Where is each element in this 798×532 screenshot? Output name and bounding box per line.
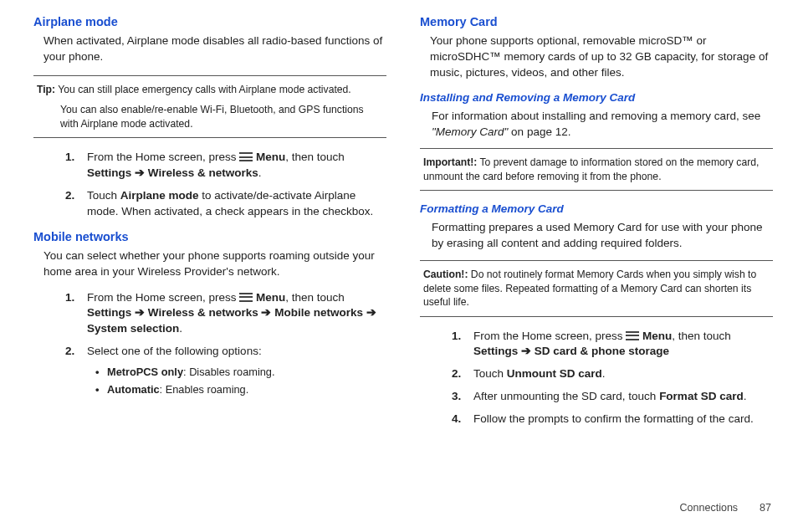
- right-column: Memory Card Your phone supports optional…: [420, 15, 773, 494]
- format-step-1: 1. From the Home screen, press Menu, the…: [452, 329, 773, 361]
- step-text: , then touch: [285, 291, 345, 304]
- step-text: Touch: [473, 367, 507, 380]
- airplane-step-1: 1. From the Home screen, press Menu, the…: [65, 150, 386, 182]
- format-step-3: 3. After unmounting the SD card, touch F…: [452, 389, 773, 405]
- step-text: .: [258, 166, 262, 179]
- mobile-step-1: 1. From the Home screen, press Menu, the…: [65, 290, 386, 338]
- step-text: From the Home screen, press: [87, 151, 239, 163]
- install-cross-ref: "Memory Card": [432, 125, 508, 138]
- mobile-intro: You can select whether your phone suppor…: [43, 248, 386, 280]
- heading-airplane-mode: Airplane mode: [33, 15, 386, 28]
- mobile-step-2: 2. Select one of the following options: …: [65, 344, 386, 397]
- step-text: From the Home screen, press: [87, 291, 239, 304]
- path-system-selection: System selection: [87, 322, 179, 335]
- option-text: : Disables roaming.: [183, 366, 275, 378]
- option-label: Automatic: [107, 383, 160, 396]
- path-settings: Settings: [87, 306, 131, 319]
- format-steps: 1. From the Home screen, press Menu, the…: [452, 329, 773, 427]
- format-step-2: 2. Touch Unmount SD card.: [452, 366, 773, 382]
- important-label: Important!:: [423, 156, 477, 168]
- step-text: After unmounting the SD card, touch: [473, 390, 659, 402]
- menu-icon: [239, 152, 253, 161]
- step-text: Touch: [87, 189, 120, 202]
- heading-formatting: Formatting a Memory Card: [420, 202, 773, 215]
- step-text: Select one of the following options:: [87, 345, 262, 357]
- tip-text: You can still place emergency calls with…: [55, 84, 351, 95]
- menu-label: Menu: [256, 291, 285, 304]
- path-settings: Settings: [87, 166, 131, 179]
- memory-intro: Your phone supports optional, removable …: [430, 33, 773, 81]
- step-text: Follow the prompts to confirm the format…: [473, 412, 754, 425]
- heading-mobile-networks: Mobile networks: [33, 230, 386, 243]
- page-body: Airplane mode When activated, Airplane m…: [0, 0, 798, 502]
- step-text: From the Home screen, press: [473, 330, 626, 342]
- airplane-step-2: 2. Touch Airplane mode to activate/de-ac…: [65, 188, 386, 220]
- unmount-label: Unmount SD card: [507, 367, 602, 380]
- step-text: .: [744, 390, 747, 402]
- airplane-intro: When activated, Airplane mode disables a…: [43, 33, 386, 65]
- airplane-steps: 1. From the Home screen, press Menu, the…: [65, 150, 386, 220]
- install-text: For information about installing and rem…: [432, 109, 773, 141]
- path-settings: Settings: [473, 345, 518, 357]
- arrow: ➔: [258, 306, 275, 319]
- path-wireless: Wireless & networks: [148, 166, 258, 179]
- step-text: .: [602, 367, 606, 380]
- format-step-4: 4. Follow the prompts to confirm the for…: [452, 412, 773, 427]
- caution-label: Caution!:: [423, 269, 468, 280]
- menu-icon: [626, 331, 639, 340]
- option-automatic: Automatic: Enables roaming.: [95, 382, 386, 398]
- arrow: ➔: [363, 306, 376, 319]
- tip-extra: You can also enable/re-enable Wi-Fi, Blu…: [60, 103, 383, 130]
- menu-label: Menu: [256, 151, 285, 163]
- important-box: Important!: To prevent damage to informa…: [420, 148, 773, 191]
- caution-text: Do not routinely format Memory Cards whe…: [423, 269, 756, 308]
- path-sd-storage: SD card & phone storage: [535, 345, 669, 357]
- tip-label: Tip:: [37, 84, 55, 95]
- mobile-steps: 1. From the Home screen, press Menu, the…: [65, 290, 386, 398]
- format-sd-label: Format SD card: [659, 390, 744, 402]
- option-label: MetroPCS only: [107, 366, 183, 378]
- arrow: ➔: [131, 306, 148, 319]
- mobile-options: MetroPCS only: Disables roaming. Automat…: [95, 365, 386, 397]
- airplane-mode-label: Airplane mode: [120, 189, 199, 202]
- menu-label: Menu: [642, 330, 672, 342]
- page-footer: Connections87: [0, 502, 798, 514]
- option-text: : Enables roaming.: [160, 383, 249, 396]
- caution-box: Caution!: Do not routinely format Memory…: [420, 260, 773, 316]
- path-wireless: Wireless & networks: [148, 306, 258, 319]
- heading-memory-card: Memory Card: [420, 15, 773, 28]
- path-mobile-networks: Mobile networks: [274, 306, 363, 319]
- format-intro: Formatting prepares a used Memory Card f…: [432, 220, 773, 252]
- step-text: , then touch: [285, 151, 345, 163]
- arrow: ➔: [131, 166, 148, 179]
- step-text: , then touch: [672, 330, 731, 342]
- heading-install-remove: Installing and Removing a Memory Card: [420, 91, 773, 104]
- page-number: 87: [760, 502, 771, 514]
- option-metropcs: MetroPCS only: Disables roaming.: [95, 365, 386, 381]
- menu-icon: [239, 293, 253, 302]
- left-column: Airplane mode When activated, Airplane m…: [33, 15, 386, 494]
- arrow: ➔: [518, 345, 535, 357]
- tip-box-airplane: Tip: You can still place emergency calls…: [33, 75, 386, 138]
- install-text-b: on page 12.: [508, 125, 570, 138]
- install-text-a: For information about installing and rem…: [432, 110, 760, 122]
- step-text: .: [179, 322, 182, 335]
- footer-section: Connections: [680, 502, 739, 514]
